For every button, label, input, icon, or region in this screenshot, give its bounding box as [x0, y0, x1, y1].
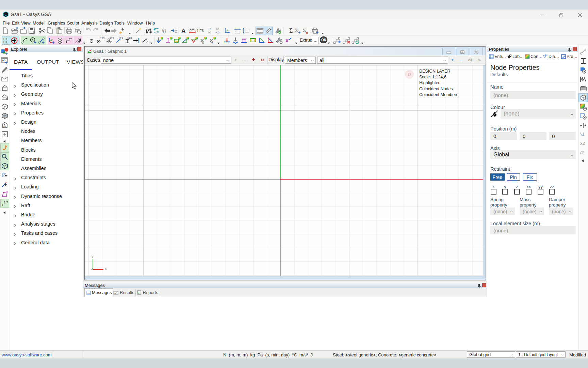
- svg-text:y: y: [211, 41, 213, 44]
- svg-text:+: +: [5, 51, 8, 56]
- svg-text:.00: .00: [207, 31, 211, 34]
- svg-text:Σ: Σ: [289, 27, 293, 34]
- svg-text:x: x: [306, 31, 308, 34]
- svg-text:/2: /2: [580, 150, 584, 155]
- svg-text:+ +: + +: [3, 40, 8, 44]
- svg-text:+: +: [316, 30, 318, 34]
- svg-text:+.0: +.0: [215, 31, 219, 34]
- svg-text:123: 123: [110, 37, 114, 40]
- svg-text:123: 123: [127, 36, 132, 40]
- svg-text:+: +: [34, 40, 36, 44]
- svg-text:f(): f(): [162, 28, 166, 34]
- svg-text:+: +: [52, 40, 55, 44]
- svg-text:+: +: [298, 30, 300, 34]
- svg-text:x2: x2: [580, 141, 585, 146]
- svg-text:x: x: [202, 41, 204, 44]
- svg-text:+: +: [42, 40, 45, 44]
- svg-text:.00: .00: [215, 28, 219, 31]
- svg-text:2.7: 2.7: [4, 201, 8, 204]
- svg-text:+: +: [5, 60, 7, 65]
- svg-text:Σ: Σ: [303, 28, 306, 33]
- svg-text:Σ: Σ: [295, 28, 298, 33]
- svg-text:A: A: [3, 124, 6, 128]
- svg-text:123: 123: [100, 37, 104, 40]
- svg-text:OK: OK: [321, 38, 327, 42]
- svg-text:A: A: [181, 28, 185, 34]
- svg-text:G: G: [5, 13, 7, 16]
- svg-text:123: 123: [118, 37, 123, 40]
- svg-text:cm: cm: [190, 28, 195, 32]
- svg-text:ab: ab: [114, 292, 117, 295]
- svg-text:+.0: +.0: [207, 28, 211, 31]
- svg-text:+: +: [1, 203, 3, 207]
- svg-text:1.E3: 1.E3: [197, 29, 204, 33]
